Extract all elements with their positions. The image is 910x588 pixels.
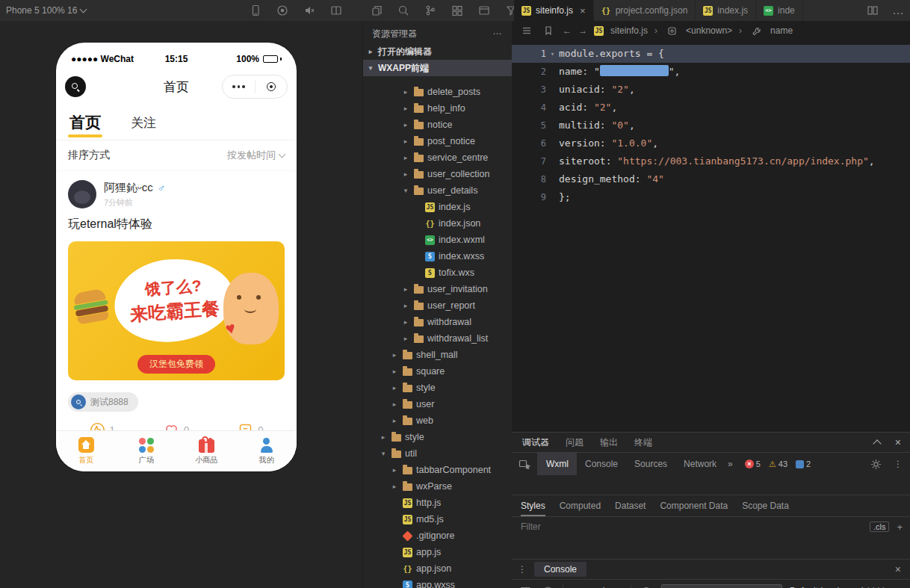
tree-item[interactable]: ▸user	[363, 396, 513, 412]
tree-item[interactable]: ▸post_notice	[363, 133, 513, 149]
tab-problems[interactable]: 问题	[566, 436, 584, 449]
more-tabs-icon[interactable]: »	[728, 459, 733, 469]
console-drawer-tab[interactable]: Console	[534, 562, 586, 577]
tab-dataset[interactable]: Dataset	[615, 501, 646, 511]
tab-computed[interactable]: Computed	[560, 501, 601, 511]
tree-item[interactable]: ▸withdrawal_list	[363, 330, 513, 347]
nav-forward-icon[interactable]: →	[578, 25, 587, 36]
tabbar-plaza[interactable]: 广场	[117, 431, 177, 471]
search-button[interactable]	[65, 76, 86, 97]
eye-icon[interactable]	[639, 584, 654, 588]
tree-item[interactable]: Stofix.wxs	[363, 264, 513, 281]
open-editors-section[interactable]: ▸ 打开的编辑器	[363, 43, 513, 60]
files-icon[interactable]	[369, 3, 384, 18]
tree-item[interactable]: ▸notice	[363, 117, 513, 133]
tab-follow[interactable]: 关注	[131, 114, 156, 140]
breadcrumb-context[interactable]: <unknown>	[686, 25, 732, 36]
devtools-tab-wxml[interactable]: Wxml	[538, 453, 577, 475]
tab-component-data[interactable]: Component Data	[660, 501, 728, 511]
warning-badge[interactable]: ⚠43	[769, 459, 787, 469]
sort-selector[interactable]: 按发帖时间	[227, 149, 285, 162]
console-sidebar-icon[interactable]	[518, 584, 533, 588]
tree-item[interactable]: ▸tabbarComponent	[363, 462, 513, 478]
outline-icon[interactable]	[519, 23, 534, 38]
more-menu-button[interactable]	[223, 85, 255, 88]
code-line[interactable]: 3uniacid: "2",	[512, 81, 910, 99]
tree-item[interactable]: {}app.json	[363, 560, 513, 577]
tree-item[interactable]: JSindex.js	[363, 199, 513, 215]
device-selector[interactable]: Phone 5 100% 16	[6, 5, 86, 16]
maximize-panel-icon[interactable]	[873, 439, 881, 448]
breadcrumb-file[interactable]: siteinfo.js	[610, 25, 648, 36]
devtools-tab-network[interactable]: Network	[675, 453, 725, 475]
inspect-device-button[interactable]	[512, 453, 538, 475]
tree-item[interactable]: Sapp.wxss	[363, 577, 513, 588]
tree-item[interactable]: ▾util	[363, 445, 513, 462]
nav-back-icon[interactable]: ←	[563, 25, 572, 36]
tab-terminal[interactable]: 终端	[634, 436, 652, 449]
close-drawer-icon[interactable]: ×	[895, 563, 901, 575]
tree-item[interactable]: ▸shell_mall	[363, 347, 513, 363]
tabbar-goods[interactable]: 小商品	[176, 431, 237, 471]
tabbar-home[interactable]: 首页	[56, 431, 117, 471]
tabbar-me[interactable]: 我的	[237, 431, 297, 471]
split-editor-icon[interactable]	[865, 3, 880, 18]
code-line[interactable]: 2name: "",	[512, 63, 910, 81]
toggle-class-button[interactable]: .cls	[870, 522, 890, 532]
tab-debugger[interactable]: 调试器	[522, 436, 549, 449]
close-tab-icon[interactable]: ×	[580, 5, 586, 16]
code-line[interactable]: 8design_method: "4"	[512, 170, 910, 188]
wxml-tree-area[interactable]	[512, 475, 910, 495]
more-actions-icon[interactable]: …	[892, 4, 904, 17]
close-capsule-button[interactable]	[256, 82, 288, 91]
styles-content-area[interactable]	[512, 536, 910, 559]
tree-item[interactable]: ▸web	[363, 412, 513, 429]
code-line[interactable]: 9};	[512, 188, 910, 206]
bookmark-icon[interactable]	[541, 23, 556, 38]
code-line[interactable]: 5multiid: "0",	[512, 117, 910, 134]
tab-output[interactable]: 输出	[600, 436, 618, 449]
tree-item[interactable]: ▸square	[363, 363, 513, 380]
drawer-menu-icon[interactable]: ⋮	[518, 564, 527, 575]
project-root-section[interactable]: ▾ WXAPP前端	[363, 60, 513, 76]
record-icon[interactable]	[275, 3, 290, 18]
new-style-rule-button[interactable]: +	[897, 522, 903, 533]
styles-filter-input[interactable]	[519, 521, 864, 533]
tab-styles[interactable]: Styles	[521, 495, 545, 516]
editor-tab[interactable]: <>inde	[756, 0, 803, 21]
tree-item[interactable]: {}index.json	[363, 215, 513, 232]
tree-item[interactable]: ▸withdrawal	[363, 314, 513, 330]
tree-item[interactable]: JSmd5.js	[363, 511, 513, 527]
source-control-icon[interactable]	[423, 3, 438, 18]
code-line[interactable]: 4acid: "2",	[512, 99, 910, 117]
close-panel-icon[interactable]: ×	[895, 436, 901, 448]
error-badge[interactable]: ×5	[745, 459, 761, 468]
topic-badge[interactable]: 测试8888	[68, 392, 138, 412]
tree-item[interactable]: ▾user_details	[363, 182, 513, 199]
tree-item[interactable]: ▸user_report	[363, 297, 513, 314]
tab-home[interactable]: 首页	[69, 112, 101, 140]
code-line[interactable]: 1▾module.exports = {	[512, 45, 910, 63]
breadcrumb-symbol[interactable]: name	[770, 25, 793, 36]
settings-gear-icon[interactable]	[868, 457, 883, 471]
info-badge[interactable]: 2	[796, 459, 811, 468]
tree-item[interactable]: <>index.wxml	[363, 232, 513, 248]
editor-tab[interactable]: JSindex.js	[696, 0, 756, 21]
avatar[interactable]	[68, 180, 96, 208]
tab-scope-data[interactable]: Scope Data	[742, 501, 789, 511]
devtools-tab-sources[interactable]: Sources	[626, 453, 675, 475]
mute-icon[interactable]	[302, 3, 317, 18]
tree-item[interactable]: JSapp.js	[363, 544, 513, 560]
devtools-more-icon[interactable]: ⋮	[894, 459, 903, 469]
console-filter-input[interactable]	[661, 584, 782, 588]
tree-item[interactable]: ▸service_centre	[363, 149, 513, 166]
tree-item[interactable]: Sindex.wxss	[363, 248, 513, 264]
code-line[interactable]: 6version: "1.0.0",	[512, 134, 910, 152]
devtools-tab-console[interactable]: Console	[577, 453, 626, 475]
device-icon[interactable]	[248, 3, 263, 18]
post-image[interactable]: 饿了么? 来吃霸王餐 ♥ 汉堡包免费领	[68, 241, 285, 380]
tree-item[interactable]: ▸delete_posts	[363, 84, 513, 100]
tree-item[interactable]: .gitignore	[363, 527, 513, 544]
tree-item[interactable]: ▸wxParse	[363, 478, 513, 495]
tree-item[interactable]: ▸style	[363, 380, 513, 396]
